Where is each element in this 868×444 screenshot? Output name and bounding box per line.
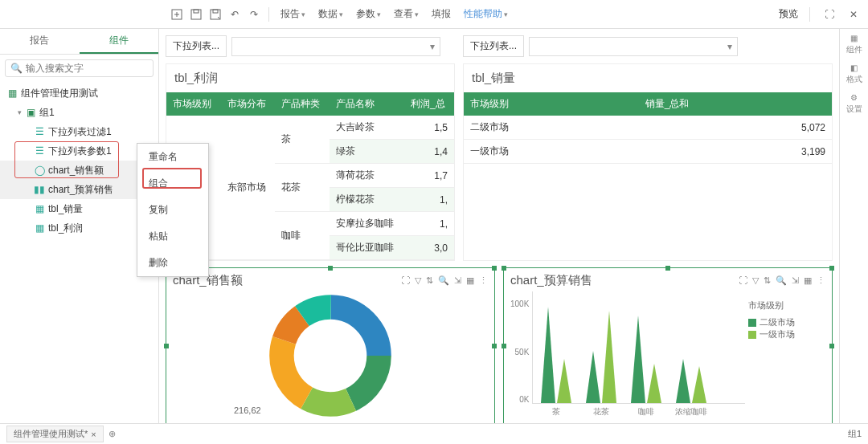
fullscreen-icon[interactable]: ⛶	[821, 6, 837, 22]
design-canvas: 下拉列表... ▾ 下拉列表... ▾ tbl_利润 市场级别 市场分布 产品种…	[159, 29, 839, 423]
bars-icon: ▮▮	[34, 184, 45, 195]
report-icon: ▦	[6, 88, 18, 99]
svg-rect-1	[191, 10, 201, 19]
search-box[interactable]: 🔍	[5, 59, 154, 77]
rail-component[interactable]: ▦组件	[846, 34, 862, 55]
tree-item[interactable]: ▦tbl_销量	[0, 199, 158, 218]
th: 利润_总	[404, 92, 454, 116]
cm-delete[interactable]: 删除	[137, 250, 208, 276]
tab-component[interactable]: 组件	[80, 29, 159, 54]
sort-icon[interactable]: ⇅	[764, 275, 771, 286]
undo-icon[interactable]: ↶	[227, 6, 243, 22]
cm-paste[interactable]: 粘贴	[137, 223, 208, 250]
menu-fill[interactable]: 填报	[427, 7, 456, 21]
donut-chart: 216,62	[266, 291, 395, 420]
tree-label: 组件管理使用测试	[21, 87, 98, 100]
filter-icon[interactable]: ▽	[415, 275, 421, 286]
chart-sales-card[interactable]: chart_销售额 ⛶▽⇅🔍⇲▦⋮	[166, 267, 495, 423]
cm-rename[interactable]: 重命名	[137, 144, 208, 170]
export-icon[interactable]: ⇲	[792, 275, 799, 286]
table-icon: ▦	[34, 222, 45, 234]
save-as-icon[interactable]	[207, 6, 223, 22]
preview-button[interactable]: 预览	[779, 7, 798, 21]
search-input[interactable]	[26, 63, 148, 74]
table-profit: tbl_利润 市场级别 市场分布 产品种类 产品名称 利润_总 东部市场茶大吉岭…	[166, 63, 455, 261]
document-tab[interactable]: 组件管理使用测试*×	[6, 426, 104, 442]
donut-icon: ◯	[34, 165, 45, 176]
save-icon[interactable]	[188, 6, 204, 22]
chart-title: chart_预算销售	[510, 273, 592, 288]
top-toolbar: ↶ ↷ 报告▾ 数据▾ 参数▾ 查看▾ 填报 性能帮助▾ 预览 ⛶ ✕	[0, 0, 868, 29]
chevron-down-icon: ▾	[727, 41, 732, 52]
zoom-icon[interactable]: 🔍	[438, 275, 449, 286]
component-tree: ▦ 组件管理使用测试 ▾ ▣ 组1 ☰下拉列表过滤1 ☰下拉列表参数1 ◯cha…	[0, 82, 158, 239]
more-icon[interactable]: ⋮	[817, 275, 825, 286]
chevron-down-icon: ▾	[430, 41, 435, 52]
tree-group[interactable]: ▾ ▣ 组1	[0, 103, 158, 122]
tree-label: 下拉列表过滤1	[48, 125, 112, 139]
close-icon[interactable]: ✕	[845, 6, 862, 22]
tree-label: chart_销售额	[48, 164, 104, 177]
menu-perf-help[interactable]: 性能帮助▾	[459, 7, 513, 21]
dropdown-select[interactable]: ▾	[231, 37, 440, 56]
svg-rect-4	[213, 10, 218, 13]
cm-copy[interactable]: 复制	[137, 197, 208, 223]
tree-item[interactable]: ☰下拉列表过滤1	[0, 122, 158, 141]
chart-toolbar: ⛶▽⇅🔍⇲▦⋮	[401, 275, 488, 286]
add-tab-icon[interactable]: ⊕	[108, 429, 116, 439]
chart-toolbar: ⛶▽⇅🔍⇲▦⋮	[739, 275, 825, 286]
more-icon[interactable]: ⋮	[479, 275, 488, 286]
cm-group[interactable]: 组合	[137, 170, 208, 197]
th: 市场级别	[166, 92, 221, 116]
tree-label: tbl_销量	[48, 202, 83, 216]
th: 销量_总和	[639, 92, 832, 116]
redo-icon[interactable]: ↷	[246, 6, 262, 22]
dropdown-label: 下拉列表...	[463, 35, 524, 57]
expand-icon[interactable]: ⛶	[739, 275, 747, 286]
tree-item-chart-sales[interactable]: ◯chart_销售额	[0, 161, 158, 180]
grid-icon[interactable]: ▦	[804, 275, 812, 286]
expand-icon[interactable]: ⛶	[401, 275, 410, 286]
tree-item-chart-budget[interactable]: ▮▮chart_预算销售	[0, 180, 158, 199]
legend: 市场级别 二级市场 一级市场	[745, 291, 825, 420]
filter-icon: ☰	[34, 126, 45, 137]
new-icon[interactable]	[169, 6, 185, 22]
tree-label: tbl_利润	[48, 222, 83, 235]
table-title: tbl_利润	[166, 64, 454, 92]
gear-icon: ⚙	[850, 93, 858, 102]
dropdown-select[interactable]: ▾	[529, 37, 738, 56]
caret-down-icon: ▾	[18, 108, 22, 116]
menu-data[interactable]: 数据▾	[313, 7, 348, 21]
tree-item[interactable]: ▦tbl_利润	[0, 218, 158, 238]
zoom-icon[interactable]: 🔍	[776, 275, 787, 286]
menu-param[interactable]: 参数▾	[351, 7, 386, 21]
svg-rect-2	[194, 10, 199, 13]
left-panel: 报告 组件 🔍 ▦ 组件管理使用测试 ▾ ▣ 组1 ☰下拉列表过滤1 ☰下拉列表…	[0, 29, 159, 423]
status-bar: 组件管理使用测试*× ⊕ 组1	[0, 423, 868, 444]
close-icon[interactable]: ×	[91, 430, 96, 439]
bar-plot: 茶花茶咖啡浓缩咖啡	[532, 291, 745, 404]
tree-label: 组1	[39, 106, 55, 120]
table-sales: tbl_销量 市场级别 销量_总和 二级市场5,072 一级市场3,199	[463, 63, 833, 261]
th: 产品种类	[275, 92, 330, 116]
tab-report[interactable]: 报告	[0, 29, 80, 54]
folder-icon: ▣	[25, 107, 36, 118]
chart-budget-card[interactable]: chart_预算销售 ⛶▽⇅🔍⇲▦⋮ 100K 50K 0K 茶花茶咖啡浓缩咖啡	[503, 267, 833, 423]
menu-report[interactable]: 报告▾	[276, 7, 310, 21]
format-icon: ◧	[850, 63, 858, 72]
component-icon: ▦	[850, 34, 858, 43]
tree-item[interactable]: ☰下拉列表参数1	[0, 141, 158, 161]
rail-format[interactable]: ◧格式	[846, 63, 862, 85]
th: 产品名称	[330, 92, 404, 116]
export-icon[interactable]: ⇲	[454, 275, 461, 286]
dropdown-widget-2: 下拉列表... ▾	[463, 35, 833, 57]
rail-settings[interactable]: ⚙设置	[846, 93, 862, 115]
grid-icon[interactable]: ▦	[466, 275, 474, 286]
filter-icon[interactable]: ▽	[752, 275, 759, 286]
table-row: 二级市场5,072	[464, 116, 832, 140]
tree-root[interactable]: ▦ 组件管理使用测试	[0, 84, 158, 103]
menu-view[interactable]: 查看▾	[389, 7, 424, 21]
th: 市场分布	[221, 92, 276, 116]
table-row: 东部市场茶大吉岭茶1,5	[166, 116, 454, 140]
sort-icon[interactable]: ⇅	[426, 275, 433, 286]
